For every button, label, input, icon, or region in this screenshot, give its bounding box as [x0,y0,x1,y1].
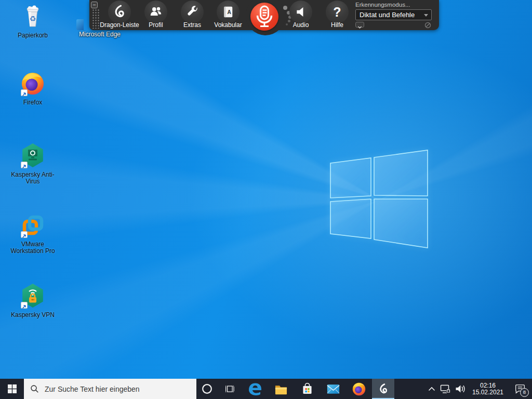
windows-start-icon [8,384,17,393]
taskbar-firefox-button[interactable] [346,379,372,399]
network-ethernet-icon [440,384,451,394]
recognition-mode-group: Erkennungsmodus... Diktat und Befehle [355,2,433,20]
tray-volume-button[interactable] [453,379,468,399]
desktop-icon-kaspersky-antivirus[interactable]: Kaspersky Anti-Virus [4,143,61,185]
action-center-button[interactable]: 8 [508,379,532,399]
tray-network-button[interactable] [438,379,453,399]
mail-icon [326,383,341,395]
task-view-button[interactable] [217,379,242,399]
notification-count-badge: 8 [520,388,529,397]
search-input[interactable]: Zur Suche Text hier eingeben [24,379,196,399]
speaker-icon [455,384,465,393]
edge-icon[interactable] [76,19,84,30]
taskbar-dragon-button[interactable] [372,379,394,399]
desktop-icon-label: VMware Workstation Pro [4,241,61,255]
vmware-icon [20,213,45,238]
vocabulary-book-icon: A [221,5,235,19]
firefox-icon [352,382,366,396]
svg-text:A: A [228,9,232,15]
recognition-mode-value: Diktat und Befehle [360,11,415,19]
svg-text:♻: ♻ [30,15,36,23]
taskbar-store-button[interactable] [294,379,320,399]
desktop-icon-firefox[interactable]: Firefox [4,71,61,106]
shortcut-arrow-icon [21,231,28,238]
question-mark-icon: ? [333,5,341,20]
profile-people-icon [149,5,163,19]
windows-logo [0,0,532,399]
desktop-icon-label: Kaspersky Anti-Virus [4,171,61,185]
cortana-button[interactable] [196,379,217,399]
hilfe-button[interactable]: ? Hilfe [320,0,354,30]
speaker-icon [294,5,308,19]
search-placeholder: Zur Suche Text hier eingeben [45,385,140,393]
kaspersky-antivirus-icon [20,143,45,168]
wrench-icon [185,5,200,19]
start-button[interactable] [0,379,24,399]
recognition-mode-dropdown[interactable]: Diktat und Befehle [355,9,432,20]
store-icon [300,381,314,396]
mic-muted-indicator-icon [424,21,431,31]
edge-icon [247,381,263,397]
chevron-up-icon [428,387,435,391]
desktop-icon-label: Firefox [4,99,61,106]
desktop-icon-label: Papierkorb [4,32,61,39]
taskbar-file-explorer-button[interactable] [268,379,294,399]
recycle-bin-icon: ♻ [20,4,45,29]
taskbar-clock[interactable]: 02:16 15.02.2021 [468,382,508,395]
desktop-icon-kaspersky-vpn[interactable]: Kaspersky VPN [4,283,61,318]
system-tray: 02:16 15.02.2021 8 [425,379,532,399]
chevron-down-icon [424,14,428,17]
taskbar: Zur Suche Text hier eingeben [0,379,532,399]
clock-time: 02:16 [469,382,507,389]
recognition-mode-label: Erkennungsmodus... [355,2,433,8]
clock-date: 15.02.2021 [469,389,507,396]
shortcut-arrow-icon [21,162,28,168]
desktop-icon-label: Microsoft Edge [71,31,128,38]
tray-chevron-up-button[interactable] [425,379,438,399]
dragon-flame-icon [377,383,390,395]
windows-desktop: ♻ Papierkorb Microsoft Edge [0,0,532,399]
toolbar-minimize-button[interactable]: − [91,2,98,8]
search-icon [30,384,39,393]
shortcut-arrow-icon [21,89,28,96]
taskbar-edge-button[interactable] [242,379,268,399]
task-view-icon [223,383,236,395]
vokabular-button[interactable]: A Vokabular [211,0,245,30]
taskbar-mail-button[interactable] [320,379,346,399]
kaspersky-vpn-icon [20,284,45,309]
microphone-icon [250,3,278,31]
desktop-icon-vmware[interactable]: VMware Workstation Pro [4,213,61,255]
desktop-icon-recycle-bin[interactable]: ♻ Papierkorb [4,4,61,39]
dragon-flame-icon [112,4,127,20]
file-explorer-icon [273,382,289,396]
firefox-icon [20,71,45,96]
desktop-icon-label: Kaspersky VPN [4,312,61,318]
expand-toolbar-button[interactable] [355,22,364,28]
cortana-icon [202,383,212,394]
dragon-toolbar: − Dragon-Leiste Profil Extras [89,0,439,30]
shortcut-arrow-icon [21,302,28,309]
